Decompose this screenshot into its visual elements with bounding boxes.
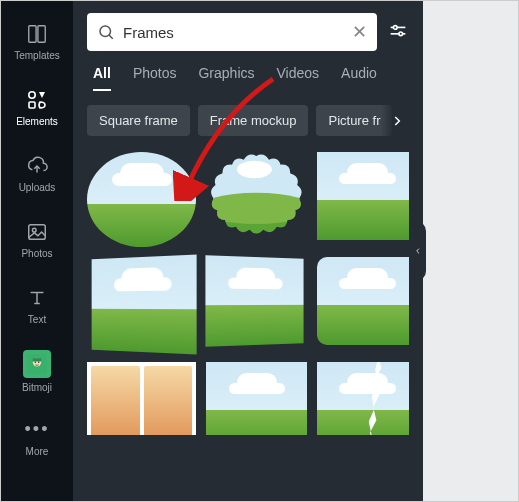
- svg-point-12: [393, 26, 397, 30]
- left-rail: Templates Elements Uploads Photos Text: [1, 1, 73, 501]
- svg-point-17: [237, 161, 272, 179]
- svg-point-13: [399, 32, 403, 36]
- more-icon: •••: [25, 418, 49, 442]
- svg-point-2: [29, 91, 35, 97]
- frame-perspective-left[interactable]: [87, 257, 196, 352]
- elements-icon: [25, 88, 49, 112]
- svg-rect-0: [29, 25, 36, 42]
- frame-square-2[interactable]: [206, 362, 307, 434]
- search-box[interactable]: ✕: [87, 13, 377, 51]
- clear-icon[interactable]: ✕: [352, 21, 367, 43]
- chip[interactable]: Frame mockup: [198, 105, 309, 136]
- uploads-icon: [25, 154, 49, 178]
- rail-label: Photos: [21, 248, 52, 259]
- search-icon: [97, 23, 115, 41]
- rail-label: Uploads: [19, 182, 56, 193]
- rail-label: Elements: [16, 116, 58, 127]
- frame-circle[interactable]: [87, 152, 196, 247]
- filter-icon[interactable]: [387, 21, 409, 43]
- rail-uploads[interactable]: Uploads: [1, 141, 73, 205]
- rail-text[interactable]: Text: [1, 273, 73, 337]
- tab-all[interactable]: All: [93, 65, 111, 91]
- chips-scroll-right[interactable]: [381, 105, 413, 136]
- frame-polaroid-double[interactable]: [87, 362, 196, 434]
- rail-more[interactable]: ••• More: [1, 405, 73, 469]
- svg-point-16: [206, 193, 307, 224]
- chip[interactable]: Square frame: [87, 105, 190, 136]
- svg-point-10: [38, 361, 40, 363]
- category-tabs: All Photos Graphics Videos Audio: [87, 51, 409, 91]
- rail-label: Templates: [14, 50, 60, 61]
- rail-elements[interactable]: Elements: [1, 75, 73, 139]
- svg-rect-4: [29, 224, 46, 239]
- svg-point-11: [100, 26, 111, 37]
- frame-square[interactable]: [317, 152, 409, 240]
- photos-icon: [25, 220, 49, 244]
- frame-rounded[interactable]: [317, 257, 409, 345]
- templates-icon: [25, 22, 49, 46]
- text-icon: [25, 286, 49, 310]
- rail-label: Bitmoji: [22, 382, 52, 393]
- frame-scallop[interactable]: [206, 152, 307, 240]
- tab-graphics[interactable]: Graphics: [198, 65, 254, 91]
- canvas-area[interactable]: [423, 1, 518, 501]
- frames-grid: [87, 152, 409, 435]
- elements-panel: ✕ All Photos Graphics Videos Audio Squar…: [73, 1, 423, 501]
- search-row: ✕: [87, 13, 409, 51]
- tab-photos[interactable]: Photos: [133, 65, 177, 91]
- rail-templates[interactable]: Templates: [1, 9, 73, 73]
- bitmoji-icon: [23, 350, 51, 378]
- rail-label: Text: [28, 314, 46, 325]
- tab-videos[interactable]: Videos: [277, 65, 320, 91]
- frame-perspective-right[interactable]: [206, 257, 307, 345]
- suggestion-chips: Square frame Frame mockup Picture fr: [87, 105, 409, 136]
- tab-audio[interactable]: Audio: [341, 65, 377, 91]
- svg-point-5: [32, 228, 36, 232]
- rail-photos[interactable]: Photos: [1, 207, 73, 271]
- frame-torn[interactable]: [317, 362, 409, 434]
- rail-bitmoji[interactable]: Bitmoji: [1, 339, 73, 403]
- svg-rect-8: [33, 358, 41, 361]
- panel-collapse-handle[interactable]: [410, 221, 426, 281]
- svg-rect-1: [38, 25, 45, 42]
- rail-label: More: [26, 446, 49, 457]
- search-input[interactable]: [123, 24, 344, 41]
- svg-point-9: [35, 361, 37, 363]
- svg-rect-3: [29, 102, 35, 108]
